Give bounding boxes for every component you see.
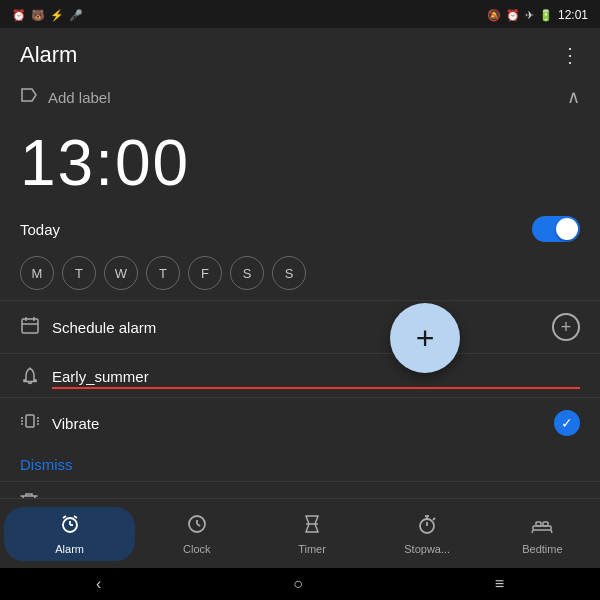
today-toggle[interactable] — [532, 216, 580, 242]
label-row[interactable]: Add label ∧ — [0, 78, 600, 116]
page-title: Alarm — [20, 42, 77, 68]
svg-line-19 — [197, 524, 200, 526]
bottom-navigation: Alarm Clock Timer — [0, 498, 600, 568]
alarm-time[interactable]: 13:00 — [20, 127, 190, 199]
bell-off-icon: 🔕 — [487, 9, 501, 22]
usb-status-icon: ⚡ — [50, 9, 64, 22]
nav-alarm[interactable]: Alarm — [4, 507, 135, 561]
bedtime-nav-label: Bedtime — [522, 543, 562, 555]
svg-rect-29 — [543, 522, 548, 526]
airplane-icon: ✈ — [525, 9, 534, 22]
fab-plus-icon: + — [416, 320, 435, 357]
delete-icon — [20, 492, 38, 498]
alarm-sound-row[interactable]: Early_summer — [0, 353, 600, 397]
clock-status-icon: ⏰ — [506, 9, 520, 22]
today-label: Today — [20, 221, 60, 238]
day-sunday[interactable]: S — [272, 256, 306, 290]
timer-nav-label: Timer — [298, 543, 326, 555]
svg-rect-27 — [533, 526, 551, 530]
home-button[interactable]: ○ — [293, 575, 303, 593]
alarm-sound-name[interactable]: Early_summer — [52, 368, 580, 389]
alarm-nav-icon — [59, 513, 81, 540]
add-schedule-button[interactable]: + — [552, 313, 580, 341]
alarm-status-icon: ⏰ — [12, 9, 26, 22]
day-friday[interactable]: F — [188, 256, 222, 290]
dismiss-row[interactable]: Dismiss — [0, 448, 600, 481]
clock-nav-label: Clock — [183, 543, 211, 555]
schedule-alarm-row[interactable]: Schedule alarm + — [0, 300, 600, 353]
system-nav-bar: ‹ ○ ≡ — [0, 568, 600, 600]
vibrate-icon — [20, 411, 40, 436]
svg-point-4 — [29, 368, 31, 370]
schedule-icon — [20, 315, 40, 340]
svg-line-16 — [74, 516, 77, 518]
main-content: Alarm ⋮ Add label ∧ 13:00 Today M T W T … — [0, 28, 600, 498]
app-header: Alarm ⋮ — [0, 28, 600, 78]
nav-bedtime[interactable]: Bedtime — [485, 507, 600, 561]
day-monday[interactable]: M — [20, 256, 54, 290]
label-icon — [20, 87, 38, 107]
nav-clock[interactable]: Clock — [139, 507, 254, 561]
toggle-thumb — [556, 218, 578, 240]
add-label-text: Add label — [48, 89, 111, 106]
svg-rect-0 — [22, 319, 38, 333]
status-time: 12:01 — [558, 8, 588, 22]
bedtime-nav-icon — [531, 513, 553, 540]
more-options-button[interactable]: ⋮ — [560, 43, 580, 67]
chevron-up-icon[interactable]: ∧ — [567, 86, 580, 108]
stopwatch-nav-label: Stopwa... — [404, 543, 450, 555]
delete-label: Delete — [50, 496, 93, 498]
today-row: Today — [0, 208, 600, 250]
day-saturday[interactable]: S — [230, 256, 264, 290]
svg-line-30 — [532, 530, 533, 533]
vibrate-row[interactable]: Vibrate ✓ — [0, 397, 600, 448]
dnd-status-icon: 🎤 — [69, 9, 83, 22]
vibrate-check[interactable]: ✓ — [554, 410, 580, 436]
dismiss-text[interactable]: Dismiss — [20, 456, 73, 473]
recent-button[interactable]: ≡ — [495, 575, 504, 593]
delete-row[interactable]: Delete — [0, 481, 600, 498]
schedule-alarm-text: Schedule alarm — [52, 319, 156, 336]
stopwatch-nav-icon — [416, 513, 438, 540]
fab-button[interactable]: + — [390, 303, 460, 373]
svg-line-15 — [63, 516, 66, 518]
schedule-left: Schedule alarm — [20, 315, 156, 340]
status-left-icons: ⏰ 🐻 ⚡ 🎤 — [12, 9, 83, 22]
clock-nav-icon — [186, 513, 208, 540]
media-status-icon: 🐻 — [31, 9, 45, 22]
alarm-nav-label: Alarm — [55, 543, 84, 555]
svg-line-26 — [433, 518, 435, 520]
timer-nav-icon — [301, 513, 323, 540]
svg-rect-5 — [26, 415, 34, 427]
battery-icon: 🔋 — [539, 9, 553, 22]
bell-icon — [20, 366, 40, 391]
time-display[interactable]: 13:00 — [0, 116, 600, 208]
status-bar: ⏰ 🐻 ⚡ 🎤 🔕 ⏰ ✈ 🔋 12:01 — [0, 0, 600, 28]
label-left: Add label — [20, 87, 111, 107]
status-right-icons: 🔕 ⏰ ✈ 🔋 12:01 — [487, 8, 588, 22]
back-button[interactable]: ‹ — [96, 575, 101, 593]
vibrate-left: Vibrate — [20, 411, 99, 436]
svg-line-31 — [551, 530, 552, 533]
day-tuesday[interactable]: T — [62, 256, 96, 290]
svg-rect-28 — [536, 522, 541, 526]
nav-stopwatch[interactable]: Stopwa... — [370, 507, 485, 561]
day-wednesday[interactable]: W — [104, 256, 138, 290]
days-row: M T W T F S S — [0, 250, 600, 300]
day-thursday[interactable]: T — [146, 256, 180, 290]
nav-timer[interactable]: Timer — [254, 507, 369, 561]
vibrate-label: Vibrate — [52, 415, 99, 432]
